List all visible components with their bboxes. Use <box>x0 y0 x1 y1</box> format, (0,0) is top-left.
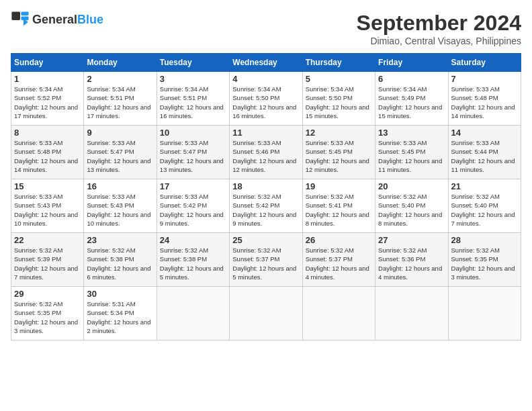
day-number: 8 <box>14 128 81 138</box>
calendar-cell: 12 Sunrise: 5:33 AM Sunset: 5:45 PM Dayl… <box>302 126 375 179</box>
day-number: 19 <box>306 181 372 191</box>
day-number: 13 <box>378 128 445 138</box>
col-monday: Monday <box>84 54 157 72</box>
calendar-cell <box>448 287 521 340</box>
day-number: 6 <box>378 74 445 84</box>
day-info: Sunrise: 5:34 AM Sunset: 5:52 PM Dayligh… <box>14 85 81 120</box>
calendar-cell: 3 Sunrise: 5:34 AM Sunset: 5:51 PM Dayli… <box>157 72 229 126</box>
calendar-cell: 22 Sunrise: 5:32 AM Sunset: 5:39 PM Dayl… <box>11 233 84 287</box>
page-header: GeneralBlue September 2024 Dimiao, Centr… <box>11 11 521 46</box>
day-info: Sunrise: 5:33 AM Sunset: 5:47 PM Dayligh… <box>160 138 226 174</box>
day-number: 1 <box>14 74 81 84</box>
day-number: 11 <box>232 128 299 138</box>
col-thursday: Thursday <box>302 54 375 72</box>
logo-text: GeneralBlue <box>32 13 103 27</box>
col-wednesday: Wednesday <box>230 54 302 72</box>
day-info: Sunrise: 5:34 AM Sunset: 5:51 PM Dayligh… <box>87 85 153 120</box>
calendar-cell <box>157 287 229 340</box>
day-number: 14 <box>451 128 518 138</box>
logo: GeneralBlue <box>11 11 103 30</box>
day-number: 18 <box>232 181 299 191</box>
day-info: Sunrise: 5:33 AM Sunset: 5:48 PM Dayligh… <box>14 138 81 174</box>
day-number: 23 <box>87 235 153 245</box>
calendar-cell: 30 Sunrise: 5:31 AM Sunset: 5:34 PM Dayl… <box>84 287 157 340</box>
day-info: Sunrise: 5:32 AM Sunset: 5:36 PM Dayligh… <box>378 246 445 281</box>
calendar-cell: 13 Sunrise: 5:33 AM Sunset: 5:45 PM Dayl… <box>375 126 448 179</box>
day-number: 27 <box>378 235 445 245</box>
calendar-cell: 29 Sunrise: 5:32 AM Sunset: 5:35 PM Dayl… <box>11 287 84 340</box>
calendar-cell: 20 Sunrise: 5:32 AM Sunset: 5:40 PM Dayl… <box>375 179 448 233</box>
calendar-week-row: 8 Sunrise: 5:33 AM Sunset: 5:48 PM Dayli… <box>11 126 521 179</box>
calendar-cell <box>230 287 302 340</box>
day-info: Sunrise: 5:32 AM Sunset: 5:38 PM Dayligh… <box>87 246 153 281</box>
day-info: Sunrise: 5:33 AM Sunset: 5:43 PM Dayligh… <box>14 192 81 228</box>
calendar-cell: 10 Sunrise: 5:33 AM Sunset: 5:47 PM Dayl… <box>157 126 229 179</box>
day-number: 21 <box>451 181 518 191</box>
logo-icon <box>11 11 30 30</box>
month-title: September 2024 <box>357 11 521 36</box>
calendar-cell <box>375 287 448 340</box>
day-number: 29 <box>14 289 81 299</box>
day-number: 3 <box>160 74 226 84</box>
day-info: Sunrise: 5:32 AM Sunset: 5:39 PM Dayligh… <box>14 246 81 281</box>
calendar-cell: 26 Sunrise: 5:32 AM Sunset: 5:37 PM Dayl… <box>302 233 375 287</box>
col-tuesday: Tuesday <box>157 54 229 72</box>
calendar-week-row: 22 Sunrise: 5:32 AM Sunset: 5:39 PM Dayl… <box>11 233 521 287</box>
day-number: 22 <box>14 235 81 245</box>
calendar-cell: 24 Sunrise: 5:32 AM Sunset: 5:38 PM Dayl… <box>157 233 229 287</box>
day-number: 7 <box>451 74 518 84</box>
day-number: 9 <box>87 128 153 138</box>
day-info: Sunrise: 5:33 AM Sunset: 5:42 PM Dayligh… <box>160 192 226 228</box>
calendar-cell: 17 Sunrise: 5:33 AM Sunset: 5:42 PM Dayl… <box>157 179 229 233</box>
day-info: Sunrise: 5:32 AM Sunset: 5:37 PM Dayligh… <box>306 246 372 281</box>
calendar-week-row: 1 Sunrise: 5:34 AM Sunset: 5:52 PM Dayli… <box>11 72 521 126</box>
calendar-cell: 21 Sunrise: 5:32 AM Sunset: 5:40 PM Dayl… <box>448 179 521 233</box>
day-info: Sunrise: 5:34 AM Sunset: 5:50 PM Dayligh… <box>232 85 299 120</box>
col-friday: Friday <box>375 54 448 72</box>
day-info: Sunrise: 5:33 AM Sunset: 5:45 PM Dayligh… <box>378 138 445 174</box>
day-info: Sunrise: 5:32 AM Sunset: 5:38 PM Dayligh… <box>160 246 226 281</box>
calendar-cell: 18 Sunrise: 5:32 AM Sunset: 5:42 PM Dayl… <box>230 179 302 233</box>
svg-rect-1 <box>21 11 28 15</box>
calendar-cell: 4 Sunrise: 5:34 AM Sunset: 5:50 PM Dayli… <box>230 72 302 126</box>
calendar-cell <box>302 287 375 340</box>
day-info: Sunrise: 5:32 AM Sunset: 5:40 PM Dayligh… <box>378 192 445 228</box>
day-number: 2 <box>87 74 153 84</box>
day-info: Sunrise: 5:33 AM Sunset: 5:45 PM Dayligh… <box>306 138 372 174</box>
day-info: Sunrise: 5:32 AM Sunset: 5:35 PM Dayligh… <box>14 300 81 335</box>
day-info: Sunrise: 5:34 AM Sunset: 5:49 PM Dayligh… <box>378 85 445 120</box>
location-subtitle: Dimiao, Central Visayas, Philippines <box>357 36 521 46</box>
calendar-table: Sunday Monday Tuesday Wednesday Thursday… <box>11 53 521 340</box>
calendar-cell: 1 Sunrise: 5:34 AM Sunset: 5:52 PM Dayli… <box>11 72 84 126</box>
day-number: 10 <box>160 128 226 138</box>
day-info: Sunrise: 5:33 AM Sunset: 5:43 PM Dayligh… <box>87 192 153 228</box>
calendar-cell: 25 Sunrise: 5:32 AM Sunset: 5:37 PM Dayl… <box>230 233 302 287</box>
day-number: 4 <box>232 74 299 84</box>
calendar-week-row: 15 Sunrise: 5:33 AM Sunset: 5:43 PM Dayl… <box>11 179 521 233</box>
day-info: Sunrise: 5:32 AM Sunset: 5:41 PM Dayligh… <box>306 192 372 228</box>
day-number: 16 <box>87 181 153 191</box>
svg-rect-0 <box>11 11 20 20</box>
calendar-cell: 16 Sunrise: 5:33 AM Sunset: 5:43 PM Dayl… <box>84 179 157 233</box>
calendar-cell: 6 Sunrise: 5:34 AM Sunset: 5:49 PM Dayli… <box>375 72 448 126</box>
calendar-cell: 14 Sunrise: 5:33 AM Sunset: 5:44 PM Dayl… <box>448 126 521 179</box>
calendar-cell: 5 Sunrise: 5:34 AM Sunset: 5:50 PM Dayli… <box>302 72 375 126</box>
calendar-week-row: 29 Sunrise: 5:32 AM Sunset: 5:35 PM Dayl… <box>11 287 521 340</box>
day-number: 24 <box>160 235 226 245</box>
day-info: Sunrise: 5:32 AM Sunset: 5:42 PM Dayligh… <box>232 192 299 228</box>
day-number: 12 <box>306 128 372 138</box>
calendar-cell: 28 Sunrise: 5:32 AM Sunset: 5:35 PM Dayl… <box>448 233 521 287</box>
calendar-header-row: Sunday Monday Tuesday Wednesday Thursday… <box>11 54 521 72</box>
calendar-cell: 27 Sunrise: 5:32 AM Sunset: 5:36 PM Dayl… <box>375 233 448 287</box>
calendar-cell: 7 Sunrise: 5:33 AM Sunset: 5:48 PM Dayli… <box>448 72 521 126</box>
day-info: Sunrise: 5:33 AM Sunset: 5:44 PM Dayligh… <box>451 138 518 174</box>
day-number: 25 <box>232 235 299 245</box>
day-info: Sunrise: 5:33 AM Sunset: 5:48 PM Dayligh… <box>451 85 518 120</box>
day-info: Sunrise: 5:32 AM Sunset: 5:40 PM Dayligh… <box>451 192 518 228</box>
day-number: 20 <box>378 181 445 191</box>
day-number: 5 <box>306 74 372 84</box>
day-number: 17 <box>160 181 226 191</box>
day-info: Sunrise: 5:33 AM Sunset: 5:46 PM Dayligh… <box>232 138 299 174</box>
day-number: 28 <box>451 235 518 245</box>
day-info: Sunrise: 5:34 AM Sunset: 5:50 PM Dayligh… <box>306 85 372 120</box>
